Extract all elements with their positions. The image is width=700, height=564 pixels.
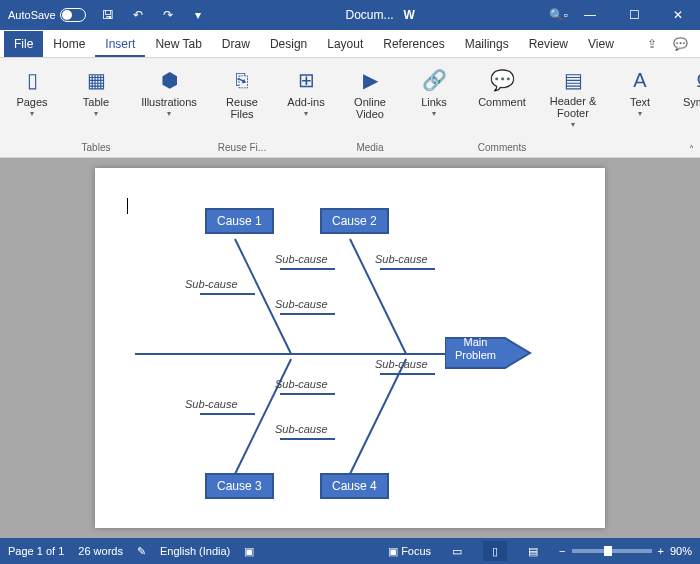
illustrations-button[interactable]: ⬢ Illustrations▾: [134, 62, 204, 134]
close-button[interactable]: ✕: [656, 0, 700, 30]
web-layout-icon[interactable]: ▤: [521, 541, 545, 561]
tab-mailings[interactable]: Mailings: [455, 31, 519, 57]
subline[interactable]: [280, 393, 335, 395]
header-icon: ▤: [559, 66, 587, 93]
table-button[interactable]: ▦ Table▾: [70, 62, 122, 134]
ribbon: ▯ Pages▾ ▦ Table▾ Tables ⬢ Illustrations…: [0, 58, 700, 158]
zoom-out-icon[interactable]: −: [559, 545, 565, 557]
subline[interactable]: [380, 373, 435, 375]
print-layout-icon[interactable]: ▯: [483, 541, 507, 561]
text-icon: A: [626, 66, 654, 94]
subline[interactable]: [280, 268, 335, 270]
save-icon[interactable]: 🖫: [94, 0, 122, 30]
subcause-label[interactable]: Sub-cause: [375, 253, 428, 265]
reuse-icon: ⎘: [228, 66, 256, 94]
subline[interactable]: [280, 313, 335, 315]
quick-access-toolbar: 🖫 ↶ ↷ ▾: [94, 0, 212, 30]
subcause-label[interactable]: Sub-cause: [275, 378, 328, 390]
subcause-label[interactable]: Sub-cause: [275, 298, 328, 310]
subline[interactable]: [200, 413, 255, 415]
tab-review[interactable]: Review: [519, 31, 578, 57]
group-pages: ▯ Pages▾: [0, 58, 64, 157]
comment-button[interactable]: 💬 Comment: [472, 62, 532, 134]
ribbon-tabs: File Home Insert New Tab Draw Design Lay…: [0, 30, 700, 58]
cause1-box[interactable]: Cause 1: [205, 208, 274, 234]
autosave-toggle[interactable]: AutoSave: [0, 8, 94, 22]
group-comments: 💬 Comment Comments: [466, 58, 538, 157]
subline[interactable]: [280, 438, 335, 440]
zoom-control[interactable]: − + 90%: [559, 545, 692, 557]
subcause-label[interactable]: Sub-cause: [375, 358, 428, 370]
pages-button[interactable]: ▯ Pages▾: [6, 62, 58, 134]
titlebar: AutoSave 🖫 ↶ ↷ ▾ Docum... W 🔍 ▫ — ☐ ✕: [0, 0, 700, 30]
zoom-slider[interactable]: [572, 549, 652, 553]
addins-icon: ⊞: [292, 66, 320, 94]
group-label-reuse: Reuse Fi...: [216, 140, 268, 157]
header-footer-button[interactable]: ▤ Header & Footer▾: [544, 62, 602, 134]
qat-dropdown-icon[interactable]: ▾: [184, 0, 212, 30]
text-button[interactable]: A Text▾: [614, 62, 666, 134]
symbols-button[interactable]: Ω Symbols▾: [678, 62, 700, 134]
read-mode-icon[interactable]: ▭: [445, 541, 469, 561]
cause3-box[interactable]: Cause 3: [205, 473, 274, 499]
page[interactable]: MainProblem Cause 1 Cause 2 Cause 3 Caus…: [95, 168, 605, 528]
subcause-label[interactable]: Sub-cause: [275, 253, 328, 265]
main-problem-label: MainProblem: [455, 336, 496, 362]
redo-icon[interactable]: ↷: [154, 0, 182, 30]
subline[interactable]: [200, 293, 255, 295]
group-links: 🔗 Links▾: [402, 58, 466, 157]
links-button[interactable]: 🔗 Links▾: [408, 62, 460, 134]
comments-icon[interactable]: 💬: [665, 31, 696, 57]
document-area[interactable]: MainProblem Cause 1 Cause 2 Cause 3 Caus…: [0, 158, 700, 538]
tab-file[interactable]: File: [4, 31, 43, 57]
subcause-label[interactable]: Sub-cause: [185, 278, 238, 290]
tab-view[interactable]: View: [578, 31, 624, 57]
tab-layout[interactable]: Layout: [317, 31, 373, 57]
window-controls: — ☐ ✕: [568, 0, 700, 30]
comment-icon: 💬: [488, 66, 516, 94]
subcause-label[interactable]: Sub-cause: [275, 423, 328, 435]
undo-icon[interactable]: ↶: [124, 0, 152, 30]
fishbone-diagram[interactable]: MainProblem Cause 1 Cause 2 Cause 3 Caus…: [125, 198, 575, 508]
tab-design[interactable]: Design: [260, 31, 317, 57]
focus-mode[interactable]: ▣ Focus: [388, 545, 431, 558]
share-icon[interactable]: ⇪: [639, 31, 665, 57]
zoom-value[interactable]: 90%: [670, 545, 692, 557]
zoom-in-icon[interactable]: +: [658, 545, 664, 557]
subcause-label[interactable]: Sub-cause: [185, 398, 238, 410]
group-media: ▶ Online Video Media: [338, 58, 402, 157]
group-label-comments: Comments: [472, 140, 532, 157]
group-label-tables: Tables: [70, 140, 122, 157]
links-icon: 🔗: [420, 66, 448, 94]
branch3-line[interactable]: [234, 359, 292, 475]
autosave-label: AutoSave: [8, 9, 56, 21]
maximize-button[interactable]: ☐: [612, 0, 656, 30]
minimize-button[interactable]: —: [568, 0, 612, 30]
branch4-line[interactable]: [349, 359, 407, 475]
subline[interactable]: [380, 268, 435, 270]
tab-home[interactable]: Home: [43, 31, 95, 57]
group-reuse: ⎘ Reuse Files Reuse Fi...: [210, 58, 274, 157]
word-count[interactable]: 26 words: [78, 545, 123, 557]
group-header: ▤ Header & Footer▾: [538, 58, 608, 157]
cause4-box[interactable]: Cause 4: [320, 473, 389, 499]
tab-newtab[interactable]: New Tab: [145, 31, 211, 57]
group-symbols: Ω Symbols▾: [672, 58, 700, 157]
language-indicator[interactable]: English (India): [160, 545, 230, 557]
tab-insert[interactable]: Insert: [95, 31, 145, 57]
collapse-ribbon-icon[interactable]: ˄: [689, 144, 694, 155]
illustrations-icon: ⬢: [155, 66, 183, 94]
page-indicator[interactable]: Page 1 of 1: [8, 545, 64, 557]
accessibility-icon[interactable]: ▣: [244, 545, 254, 558]
tab-references[interactable]: References: [373, 31, 454, 57]
search-icon[interactable]: 🔍: [549, 8, 564, 22]
video-icon: ▶: [356, 66, 384, 94]
cause2-box[interactable]: Cause 2: [320, 208, 389, 234]
group-text: A Text▾: [608, 58, 672, 157]
spell-check-icon[interactable]: ✎: [137, 545, 146, 558]
tab-draw[interactable]: Draw: [212, 31, 260, 57]
toggle-off-icon[interactable]: [60, 8, 86, 22]
reuse-files-button[interactable]: ⎘ Reuse Files: [216, 62, 268, 134]
online-video-button[interactable]: ▶ Online Video: [344, 62, 396, 134]
addins-button[interactable]: ⊞ Add-ins▾: [280, 62, 332, 134]
